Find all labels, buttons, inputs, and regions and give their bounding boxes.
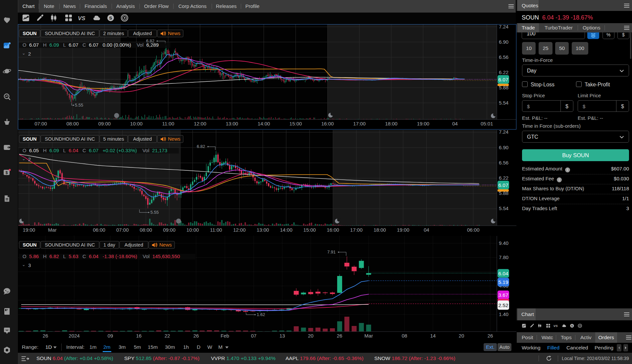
svg-text:13: 13	[280, 333, 285, 339]
svg-text:News: News	[168, 136, 181, 142]
svg-text:26: 26	[193, 333, 199, 339]
svg-text:2 minutes: 2 minutes	[103, 31, 124, 36]
svg-text:15:00: 15:00	[290, 121, 302, 126]
svg-text:14:00: 14:00	[258, 121, 270, 126]
svg-text:15:00: 15:00	[303, 227, 316, 233]
svg-text:O 5.86 H 6.82 L 5.63: O 5.86 H 6.82 L 5.63 C 6.04 -1.38 (-18.6…	[23, 253, 180, 259]
svg-text:17:00: 17:00	[353, 121, 366, 126]
svg-text:20: 20	[459, 333, 464, 339]
svg-text:14:00: 14:00	[280, 227, 292, 233]
svg-text:6.90: 6.90	[499, 39, 508, 45]
svg-text:Adjusted: Adjusted	[133, 136, 152, 142]
svg-text:5.54: 5.54	[499, 100, 508, 106]
svg-text:Mar: Mar	[48, 227, 57, 233]
svg-text:08:00: 08:00	[66, 121, 79, 126]
svg-text:9.40: 9.40	[499, 240, 508, 246]
svg-text:06:00: 06:00	[93, 227, 105, 233]
svg-text:04: 04	[452, 121, 458, 126]
svg-text:VS: VS	[553, 324, 558, 328]
svg-text:⌄: ⌄	[22, 262, 26, 267]
svg-text:26: 26	[43, 333, 48, 339]
svg-text:2024: 2024	[69, 333, 79, 339]
svg-text:08:00: 08:00	[140, 227, 152, 233]
svg-text:17:00: 17:00	[350, 227, 363, 233]
svg-text:Adjusted: Adjusted	[125, 242, 143, 248]
svg-text:SOUN: SOUN	[23, 136, 37, 142]
svg-text:11:00: 11:00	[162, 121, 174, 126]
svg-text:05:01: 05:01	[481, 121, 493, 126]
svg-text:26: 26	[337, 333, 342, 339]
svg-text:6.22: 6.22	[499, 69, 508, 75]
svg-text:5.54: 5.54	[499, 205, 508, 211]
svg-text:09:00: 09:00	[163, 227, 176, 233]
svg-text:16:00: 16:00	[321, 121, 334, 126]
svg-text:1.40: 1.40	[499, 311, 508, 317]
svg-text:08: 08	[402, 333, 407, 339]
svg-text:19:00: 19:00	[417, 121, 430, 126]
svg-text:7.80: 7.80	[499, 254, 508, 260]
svg-text:Feb: Feb	[221, 333, 229, 339]
svg-text:News: News	[159, 242, 172, 248]
svg-text:7.91: 7.91	[327, 250, 336, 254]
svg-text:S: S	[571, 324, 573, 327]
svg-text:2: 2	[28, 157, 31, 162]
svg-text:04: 04	[424, 227, 429, 233]
svg-text:18:00: 18:00	[385, 121, 397, 126]
svg-text:12:00: 12:00	[194, 121, 206, 126]
svg-text:13:00: 13:00	[226, 121, 238, 126]
svg-text:⌄: ⌄	[22, 156, 26, 161]
svg-text:19:00: 19:00	[23, 227, 35, 233]
svg-text:16:00: 16:00	[327, 227, 339, 233]
svg-text:6.56: 6.56	[499, 54, 508, 60]
svg-text:Mar: Mar	[364, 333, 373, 339]
svg-text:6.22: 6.22	[499, 175, 508, 181]
svg-text:5.55: 5.55	[150, 210, 159, 215]
svg-text:⌄: ⌄	[22, 51, 26, 56]
svg-text:Adjusted: Adjusted	[133, 31, 152, 36]
svg-text:1.62: 1.62	[257, 312, 265, 317]
svg-text:$: $	[6, 170, 8, 175]
svg-text:6.07: 6.07	[498, 182, 508, 188]
svg-text:SOUNDHOUND AI INC: SOUNDHOUND AI INC	[45, 242, 95, 248]
svg-text:6.82: 6.82	[197, 144, 205, 149]
svg-text:19:00: 19:00	[397, 227, 409, 233]
svg-text:14: 14	[430, 333, 436, 339]
svg-text:06:00: 06:00	[467, 227, 480, 233]
svg-text:5 minutes: 5 minutes	[103, 136, 124, 142]
svg-text:20: 20	[308, 333, 314, 339]
svg-text:3.67: 3.67	[498, 292, 508, 298]
svg-text:11:00: 11:00	[210, 227, 222, 233]
svg-text:SOUNDHOUND AI INC: SOUNDHOUND AI INC	[45, 31, 95, 36]
svg-text:5.55: 5.55	[75, 103, 83, 108]
svg-text:SOUN: SOUN	[23, 242, 37, 248]
svg-text:09:00: 09:00	[98, 121, 111, 126]
svg-text:10:00: 10:00	[186, 227, 199, 233]
svg-text:1 day: 1 day	[103, 242, 115, 248]
svg-text:16: 16	[136, 333, 142, 339]
svg-text:18:00: 18:00	[374, 227, 386, 233]
svg-text:3: 3	[28, 262, 31, 268]
svg-text:26: 26	[488, 333, 493, 339]
svg-text:SOUN: SOUN	[23, 31, 37, 36]
svg-text:7.24: 7.24	[499, 24, 508, 29]
svg-text:News: News	[168, 30, 181, 36]
svg-text:O 6.07 H 6.09 L 6.07: O 6.07 H 6.09 L 6.07 C 6.07 0.00 (0.00%)…	[23, 42, 159, 48]
svg-text:7.24: 7.24	[499, 130, 508, 135]
svg-text:13:00: 13:00	[257, 227, 269, 233]
svg-text:09: 09	[108, 333, 113, 339]
svg-text:22: 22	[165, 333, 170, 339]
svg-text:S: S	[109, 16, 112, 21]
svg-text:10:00: 10:00	[130, 121, 143, 126]
svg-text:07:00: 07:00	[116, 227, 129, 233]
svg-text:6.56: 6.56	[499, 160, 508, 165]
svg-text:6.04: 6.04	[498, 271, 508, 276]
svg-text:6.07: 6.07	[498, 77, 508, 82]
svg-text:07: 07	[251, 333, 257, 339]
svg-text:5.19: 5.19	[498, 279, 508, 285]
svg-text:2.52: 2.52	[498, 302, 508, 308]
svg-text:12:00: 12:00	[233, 227, 246, 233]
svg-text:2: 2	[28, 51, 31, 57]
svg-text:O 6.05 H 6.09 L 6.04: O 6.05 H 6.09 L 6.04 C 6.07 +0.02 (+0.33…	[23, 148, 167, 153]
svg-text:6.90: 6.90	[499, 145, 508, 150]
svg-text:VS: VS	[78, 15, 85, 22]
